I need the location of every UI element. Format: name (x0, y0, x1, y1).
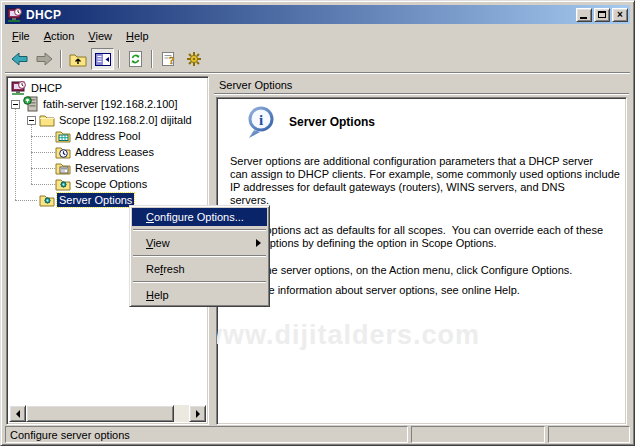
close-button[interactable]: × (612, 8, 628, 22)
menu-file[interactable]: File (5, 28, 37, 44)
scroll-right-icon (196, 410, 200, 418)
menu-item-view[interactable]: View (132, 234, 267, 252)
title-bar[interactable]: DHCP × (5, 5, 630, 24)
minimize-icon (580, 17, 587, 19)
scroll-left-icon (16, 410, 20, 418)
tree-guide-line (15, 105, 16, 200)
tree-item-address-pool[interactable]: Address Pool (55, 128, 142, 144)
section-title: Server Options (289, 115, 375, 129)
options-gear-button[interactable] (182, 48, 205, 70)
tree-item-scope-options[interactable]: Scope Options (55, 176, 149, 192)
show-hide-console-tree-button[interactable] (91, 48, 114, 70)
scope-options-icon (55, 176, 71, 192)
server-icon (23, 96, 39, 112)
info-icon: i (245, 105, 277, 140)
tree-item-server-options[interactable]: Server Options (39, 192, 134, 208)
toolbar: ? (5, 46, 630, 73)
paragraph-1: Server options are additional configurat… (230, 155, 620, 207)
horizontal-scrollbar[interactable] (9, 405, 206, 422)
menu-item-configure-options[interactable]: Configure Options... (132, 208, 267, 226)
tree-item-reservations[interactable]: Reservations (55, 160, 141, 176)
paragraph-3: To set the server options, on the Action… (230, 264, 572, 277)
menu-separator (133, 255, 266, 257)
svg-text:?: ? (169, 54, 175, 66)
close-icon: × (617, 9, 623, 20)
tree-item-fatih-server[interactable]: fatih-server [192.168.2.100] (11, 96, 180, 112)
svg-text:i: i (259, 112, 263, 128)
status-panel-3 (548, 426, 630, 443)
context-menu: Configure Options... View Refresh Help (129, 205, 270, 307)
back-button[interactable] (8, 48, 31, 70)
menu-item-help[interactable]: Help (132, 286, 267, 304)
status-panel-2 (411, 426, 545, 443)
main-area: DHCP fatih-server [192.168.2.100] (5, 74, 630, 426)
address-pool-icon (55, 128, 71, 144)
tree-guide-line (15, 200, 37, 201)
maximize-button[interactable] (594, 8, 610, 22)
minimize-button[interactable] (576, 8, 592, 22)
reservations-icon (55, 160, 71, 176)
maximize-icon (598, 11, 606, 18)
status-text: Configure server options (10, 429, 130, 441)
dhcp-app-icon (7, 7, 23, 23)
tree-guide-line (31, 168, 55, 169)
collapse-expander-icon[interactable] (27, 116, 36, 125)
scroll-right-button[interactable] (189, 405, 206, 422)
show-hide-console-tree-icon (95, 53, 111, 66)
address-leases-icon (55, 144, 71, 160)
up-one-level-button[interactable] (66, 48, 89, 70)
help-icon: ? (161, 51, 177, 67)
menu-bar: File Action View Help (5, 25, 630, 46)
status-text-panel: Configure server options (5, 426, 408, 443)
paragraph-4: For more information about server option… (230, 284, 520, 297)
collapse-expander-icon[interactable] (11, 100, 20, 109)
refresh-button[interactable] (124, 48, 147, 70)
menu-separator (133, 281, 266, 283)
menu-view[interactable]: View (81, 28, 119, 44)
menu-separator (133, 229, 266, 231)
help-button[interactable]: ? (157, 48, 180, 70)
scroll-left-button[interactable] (9, 405, 26, 422)
tree-guide-line (31, 136, 55, 137)
details-pane-body: i Server Options Server options are addi… (216, 97, 627, 425)
back-icon (11, 52, 28, 66)
paragraph-2: Server options act as defaults for all s… (230, 224, 603, 250)
forward-icon (36, 52, 53, 66)
scroll-thumb[interactable] (26, 405, 174, 422)
gear-icon (186, 51, 202, 67)
scope-folder-icon (39, 112, 55, 128)
window-title: DHCP (26, 8, 574, 22)
status-bar: Configure server options (5, 426, 630, 443)
toolbar-separator (151, 50, 153, 68)
menu-help[interactable]: Help (119, 28, 156, 44)
watermark: www.dijitalders.com (216, 320, 480, 351)
refresh-icon (128, 51, 143, 67)
tree-guide-line (31, 152, 55, 153)
menu-action[interactable]: Action (37, 28, 82, 44)
forward-button[interactable] (33, 48, 56, 70)
details-pane: Server Options i Server Options Server o… (214, 76, 629, 425)
details-pane-header: Server Options (214, 76, 629, 94)
server-options-icon (39, 192, 55, 208)
tree-item-dhcp-root[interactable]: DHCP (11, 80, 64, 96)
up-one-level-icon (69, 52, 87, 67)
tree-item-scope[interactable]: Scope [192.168.2.0] dijitald (27, 112, 194, 128)
menu-item-refresh[interactable]: Refresh (132, 260, 267, 278)
tree-item-address-leases[interactable]: Address Leases (55, 144, 156, 160)
dhcp-console-window: DHCP × File Action View Help (0, 0, 635, 446)
dhcp-root-icon (11, 80, 27, 96)
submenu-arrow-icon (256, 239, 261, 247)
toolbar-separator (118, 50, 120, 68)
tree-guide-line (31, 184, 55, 185)
toolbar-separator (60, 50, 62, 68)
